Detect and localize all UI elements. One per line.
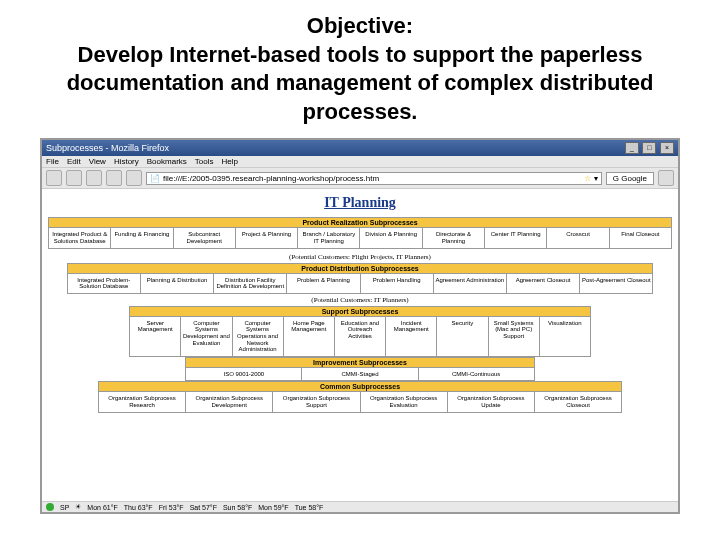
section-header: Improvement Subprocesses xyxy=(185,357,534,368)
table-cell[interactable]: Problem Handling xyxy=(361,274,434,293)
menu-edit[interactable]: Edit xyxy=(67,157,81,166)
table-cell[interactable]: CMMI-Continuous xyxy=(419,368,534,381)
taskbar: SP ☀ Mon 61°FThu 63°FFri 53°FSat 57°FSun… xyxy=(42,501,678,512)
section-header: Support Subprocesses xyxy=(129,306,591,317)
table-cell[interactable]: Incident Management xyxy=(386,317,437,356)
weather-item: Mon 61°F xyxy=(87,504,117,511)
window-title: Subprocesses - Mozilla Firefox xyxy=(46,143,169,153)
table-cell[interactable]: CMMI-Staged xyxy=(302,368,418,381)
back-button[interactable] xyxy=(46,170,62,186)
title-line1: Objective: xyxy=(40,12,680,41)
forward-button[interactable] xyxy=(66,170,82,186)
menu-help[interactable]: Help xyxy=(221,157,237,166)
table-cell[interactable]: Distribution Facility Definition & Devel… xyxy=(214,274,287,293)
table-cell[interactable]: Problem & Planning xyxy=(287,274,360,293)
table-row: Integrated Problem-Solution DatabasePlan… xyxy=(67,274,654,294)
weather-item: Sun 58°F xyxy=(223,504,252,511)
stop-button[interactable] xyxy=(106,170,122,186)
table-cell[interactable]: Project & Planning xyxy=(236,228,298,247)
weather-item: Sat 57°F xyxy=(190,504,217,511)
table-cell[interactable]: Division & Planning xyxy=(360,228,422,247)
section-subtitle: (Potential Customers: Flight Projects, I… xyxy=(48,253,672,261)
section-block: Product Distribution SubprocessesIntegra… xyxy=(67,263,654,294)
weather-item: Fri 53°F xyxy=(159,504,184,511)
table-cell[interactable]: Security xyxy=(437,317,488,356)
browser-window: Subprocesses - Mozilla Firefox _ □ × Fil… xyxy=(40,138,680,514)
menu-history[interactable]: History xyxy=(114,157,139,166)
table-cell[interactable]: Organization Subprocess Research xyxy=(99,392,186,411)
table-cell[interactable]: Final Closeout xyxy=(610,228,671,247)
section-block: Improvement SubprocessesISO 9001-2000CMM… xyxy=(185,357,534,382)
table-cell[interactable]: Directorate & Planning xyxy=(423,228,485,247)
table-cell[interactable]: Organization Subprocess Closeout xyxy=(535,392,621,411)
section-block: Product Realization SubprocessesIntegrat… xyxy=(48,217,672,248)
page-content: IT Planning Product Realization Subproce… xyxy=(42,189,678,501)
table-cell[interactable]: Crosscut xyxy=(547,228,609,247)
title-line2: Develop Internet-based tools to support … xyxy=(40,41,680,127)
reload-button[interactable] xyxy=(86,170,102,186)
titlebar: Subprocesses - Mozilla Firefox _ □ × xyxy=(42,140,678,156)
search-icon: G xyxy=(613,174,619,183)
table-cell[interactable]: Post-Agreement Closeout xyxy=(580,274,652,293)
weather-item: Mon 59°F xyxy=(258,504,288,511)
table-cell[interactable]: ISO 9001-2000 xyxy=(186,368,302,381)
table-row: Organization Subprocess ResearchOrganiza… xyxy=(98,392,622,412)
page-icon: 📄 xyxy=(150,174,160,183)
menubar: FileEditViewHistoryBookmarksToolsHelp xyxy=(42,156,678,168)
weather-item: Thu 63°F xyxy=(124,504,153,511)
table-row: Server ManagementComputer Systems Develo… xyxy=(129,317,591,357)
table-cell[interactable]: Education and Outreach Activities xyxy=(335,317,386,356)
window-controls: _ □ × xyxy=(624,142,674,154)
menu-bookmarks[interactable]: Bookmarks xyxy=(147,157,187,166)
menu-view[interactable]: View xyxy=(89,157,106,166)
section-block: Support SubprocessesServer ManagementCom… xyxy=(129,306,591,357)
table-cell[interactable]: Organization Subprocess Development xyxy=(186,392,273,411)
url-bar[interactable]: 📄 file:///E:/2005-0395.research-planning… xyxy=(146,172,602,185)
table-cell[interactable]: Visualization xyxy=(540,317,590,356)
table-cell[interactable]: Organization Subprocess Evaluation xyxy=(361,392,448,411)
table-cell[interactable]: Integrated Product & Solutions Database xyxy=(49,228,111,247)
table-cell[interactable]: Branch / Laboratory IT Planning xyxy=(298,228,360,247)
table-cell[interactable]: Server Management xyxy=(130,317,181,356)
table-row: Integrated Product & Solutions DatabaseF… xyxy=(48,228,672,248)
table-cell[interactable]: Agreement Administration xyxy=(434,274,507,293)
close-icon[interactable]: × xyxy=(660,142,674,154)
table-cell[interactable]: Planning & Distribution xyxy=(141,274,214,293)
table-cell[interactable]: Home Page Management xyxy=(284,317,335,356)
home-button[interactable] xyxy=(126,170,142,186)
table-cell[interactable]: Funding & Financing xyxy=(111,228,173,247)
table-cell[interactable]: Computer Systems Operations and Network … xyxy=(233,317,284,356)
minimize-icon[interactable]: _ xyxy=(625,142,639,154)
table-cell[interactable]: Organization Subprocess Update xyxy=(448,392,535,411)
status-dot-icon xyxy=(46,503,54,511)
table-cell[interactable]: Agreement Closeout xyxy=(507,274,580,293)
taskbar-icon: SP xyxy=(60,504,69,511)
bookmark-star-icon[interactable]: ☆ xyxy=(584,174,591,183)
section-header: Common Subprocesses xyxy=(98,381,622,392)
table-cell[interactable]: Small Systems (Mac and PC) Support xyxy=(489,317,540,356)
table-cell[interactable]: Computer Systems Development and Evaluat… xyxy=(181,317,232,356)
section-block: Common SubprocessesOrganization Subproce… xyxy=(98,381,622,412)
section-header: Product Realization Subprocesses xyxy=(48,217,672,228)
slide-title: Objective: Develop Internet-based tools … xyxy=(0,0,720,138)
menu-tools[interactable]: Tools xyxy=(195,157,214,166)
page-title: IT Planning xyxy=(48,195,672,211)
navbar: 📄 file:///E:/2005-0395.research-planning… xyxy=(42,168,678,189)
table-row: ISO 9001-2000CMMI-StagedCMMI-Continuous xyxy=(185,368,534,382)
taskbar-icon: ☀ xyxy=(75,503,81,511)
dropdown-icon[interactable]: ▾ xyxy=(594,174,598,183)
section-header: Product Distribution Subprocesses xyxy=(67,263,654,274)
table-cell[interactable]: Organization Subprocess Support xyxy=(273,392,360,411)
url-text: file:///E:/2005-0395.research-planning-w… xyxy=(163,174,379,183)
search-placeholder: Google xyxy=(621,174,647,183)
weather-item: Tue 58°F xyxy=(295,504,324,511)
table-cell[interactable]: Center IT Planning xyxy=(485,228,547,247)
search-box[interactable]: G Google xyxy=(606,172,654,185)
table-cell[interactable]: Integrated Problem-Solution Database xyxy=(68,274,141,293)
throbber-icon xyxy=(658,170,674,186)
menu-file[interactable]: File xyxy=(46,157,59,166)
table-cell[interactable]: Subcontract Development xyxy=(174,228,236,247)
maximize-icon[interactable]: □ xyxy=(642,142,656,154)
section-subtitle: (Potential Customers: IT Planners) xyxy=(48,296,672,304)
